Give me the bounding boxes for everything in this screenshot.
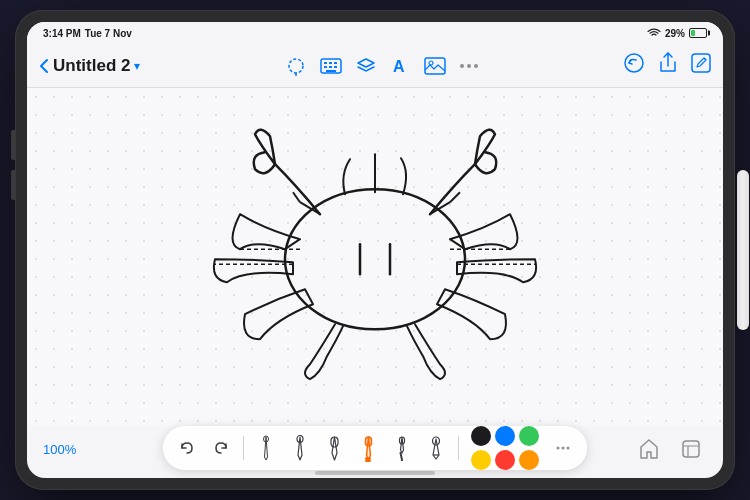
layers-icon	[356, 56, 376, 76]
drawing-toolbar	[163, 426, 587, 470]
color-black[interactable]	[471, 426, 491, 446]
nav-center-tools: A	[286, 56, 478, 76]
back-button[interactable]	[39, 58, 49, 74]
color-yellow[interactable]	[471, 450, 491, 470]
svg-point-12	[625, 54, 643, 72]
time-display: 3:14 PM	[43, 28, 81, 39]
document-title: Untitled 2	[53, 56, 130, 76]
status-left: 3:14 PM Tue 7 Nov	[43, 28, 132, 39]
svg-point-33	[557, 447, 560, 450]
svg-rect-13	[692, 54, 710, 72]
keyboard-icon	[320, 58, 342, 74]
layers-bottom-icon	[680, 438, 702, 460]
more-icon	[554, 439, 572, 457]
color-red[interactable]	[495, 450, 515, 470]
svg-rect-7	[334, 66, 337, 68]
svg-text:A: A	[393, 58, 405, 75]
home-button[interactable]	[633, 433, 665, 465]
thin-pencil-tool[interactable]	[252, 434, 280, 462]
text-icon: A	[390, 56, 410, 76]
undo-history-icon[interactable]	[623, 52, 645, 79]
eraser-tool[interactable]	[422, 434, 450, 462]
redo-icon	[213, 440, 229, 456]
lasso-tool-icon[interactable]	[286, 56, 306, 76]
marker-tool[interactable]	[320, 434, 348, 462]
edit-icon	[691, 53, 711, 73]
more-colors-button[interactable]	[549, 434, 577, 462]
layers-button[interactable]	[675, 433, 707, 465]
pencil-icon	[295, 435, 305, 461]
nav-left: Untitled 2 ▾	[39, 56, 140, 76]
tablet-frame: 3:14 PM Tue 7 Nov 29%	[15, 10, 735, 490]
share-button[interactable]	[659, 52, 677, 79]
svg-point-34	[562, 447, 565, 450]
volume-down-button[interactable]	[11, 170, 15, 200]
svg-rect-30	[365, 437, 371, 446]
redo-button[interactable]	[207, 434, 235, 462]
svg-rect-4	[334, 62, 337, 64]
tablet-screen: 3:14 PM Tue 7 Nov 29%	[27, 22, 723, 478]
volume-up-button[interactable]	[11, 130, 15, 160]
layers-nav-icon[interactable]	[356, 56, 376, 76]
svg-point-11	[429, 61, 433, 65]
svg-rect-3	[329, 62, 332, 64]
orange-pen-tool[interactable]	[354, 434, 382, 462]
color-blue[interactable]	[495, 426, 515, 446]
svg-point-0	[289, 59, 303, 73]
pencil-tool[interactable]	[286, 434, 314, 462]
orange-pen-icon	[363, 435, 374, 461]
drawing-canvas[interactable]	[27, 88, 723, 426]
zoom-level: 100%	[43, 442, 76, 457]
toolbar-separator-2	[458, 436, 459, 460]
svg-rect-5	[324, 66, 327, 68]
svg-rect-8	[326, 70, 336, 72]
eraser-icon	[430, 435, 442, 461]
brush-icon	[396, 435, 408, 461]
title-chevron-icon: ▾	[134, 59, 140, 73]
image-tool-icon[interactable]	[424, 57, 446, 75]
undo-icon	[179, 440, 195, 456]
toolbar-separator-1	[243, 436, 244, 460]
nav-bar: Untitled 2 ▾	[27, 44, 723, 88]
undo-circle-icon	[623, 52, 645, 74]
svg-line-18	[293, 192, 300, 202]
brush-tool[interactable]	[388, 434, 416, 462]
home-icon	[638, 438, 660, 460]
lasso-icon	[286, 56, 306, 76]
wifi-icon	[647, 28, 661, 38]
crab-drawing	[145, 88, 605, 404]
thin-pencil-icon	[262, 435, 270, 461]
bottom-right-tools	[633, 433, 707, 465]
share-icon	[659, 52, 677, 74]
color-orange[interactable]	[519, 450, 539, 470]
svg-line-21	[450, 192, 460, 202]
more-dots	[460, 64, 478, 68]
svg-rect-10	[425, 58, 445, 74]
svg-rect-36	[683, 441, 699, 457]
color-palette	[471, 426, 539, 470]
date-display: Tue 7 Nov	[85, 28, 132, 39]
battery-percent: 29%	[665, 28, 685, 39]
svg-rect-6	[329, 66, 332, 68]
apple-pencil	[737, 170, 749, 330]
svg-point-35	[567, 447, 570, 450]
battery-icon	[689, 28, 707, 38]
color-green[interactable]	[519, 426, 539, 446]
home-indicator	[315, 471, 435, 475]
marker-icon	[329, 435, 340, 461]
status-bar: 3:14 PM Tue 7 Nov 29%	[27, 22, 723, 44]
edit-button[interactable]	[691, 53, 711, 78]
image-icon	[424, 57, 446, 75]
document-title-group[interactable]: Untitled 2 ▾	[53, 56, 140, 76]
keyboard-tool-icon[interactable]	[320, 58, 342, 74]
crab-svg	[145, 88, 605, 404]
nav-right	[623, 52, 711, 79]
status-right: 29%	[647, 28, 707, 39]
text-tool-icon[interactable]: A	[390, 56, 410, 76]
back-arrow-icon	[39, 58, 49, 74]
svg-rect-2	[324, 62, 327, 64]
undo-button[interactable]	[173, 434, 201, 462]
